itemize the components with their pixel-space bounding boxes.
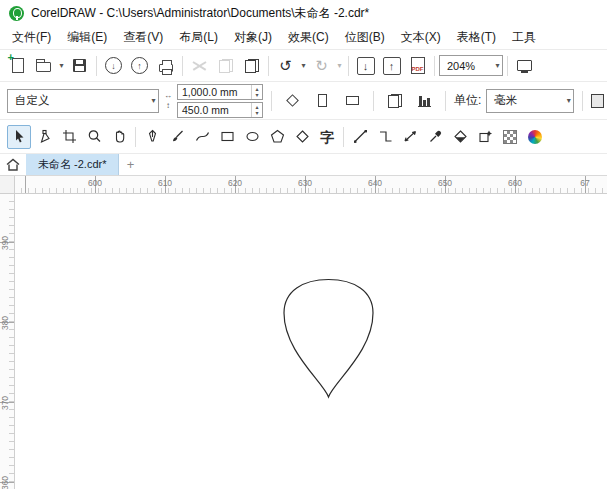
document-tab-label: 未命名 -2.cdr* bbox=[38, 157, 106, 172]
ellipse-tool[interactable] bbox=[240, 125, 264, 149]
export-button[interactable]: ↑ bbox=[379, 53, 404, 78]
horizontal-ruler[interactable]: 600 610 620 630 640 650 660 67 bbox=[15, 176, 607, 194]
pen-nib-icon bbox=[144, 128, 161, 145]
page-angle-button[interactable] bbox=[280, 88, 305, 113]
drawing-canvas[interactable] bbox=[15, 194, 607, 489]
preset-dropdown-arrow-icon[interactable]: ▾ bbox=[149, 96, 158, 105]
freehand-tool[interactable] bbox=[140, 125, 164, 149]
cut-button[interactable] bbox=[187, 53, 212, 78]
common-shapes-tool[interactable] bbox=[290, 125, 314, 149]
line-tool[interactable] bbox=[348, 125, 372, 149]
plus-icon: + bbox=[8, 52, 14, 63]
ruler-origin-corner[interactable] bbox=[0, 176, 15, 194]
units-combobox[interactable]: 毫米 ▾ bbox=[486, 89, 574, 113]
zoom-level-combobox[interactable]: 204% ▾ bbox=[439, 55, 503, 76]
undo-icon: ↺ bbox=[279, 58, 292, 73]
zoom-dropdown-arrow-icon[interactable]: ▾ bbox=[493, 61, 502, 70]
standard-toolbar: + ▾ ↓ ↑ ↺ ▾ bbox=[0, 49, 607, 82]
menu-text[interactable]: 文本(X) bbox=[393, 26, 449, 49]
landscape-orientation-button[interactable] bbox=[340, 88, 365, 113]
units-dropdown-arrow-icon[interactable]: ▾ bbox=[564, 96, 573, 105]
interactive-fill-tool[interactable] bbox=[448, 125, 472, 149]
zoom-tool[interactable] bbox=[82, 125, 106, 149]
copy-button[interactable] bbox=[213, 53, 238, 78]
toolbar-separator bbox=[268, 56, 269, 76]
save-to-cloud-button[interactable]: ↑ bbox=[127, 53, 152, 78]
drawn-shape[interactable] bbox=[284, 280, 373, 398]
window-title: CorelDRAW - C:\Users\Administrator\Docum… bbox=[31, 5, 369, 22]
fullscreen-preview-button[interactable] bbox=[512, 53, 537, 78]
menu-edit[interactable]: 编辑(E) bbox=[59, 26, 115, 49]
polygon-tool[interactable] bbox=[265, 125, 289, 149]
shape-tool[interactable] bbox=[32, 125, 56, 149]
page-width-field[interactable]: 1,000.0 mm ▴ ▾ bbox=[177, 84, 263, 100]
v-ruler-label: 360 bbox=[0, 469, 10, 489]
shape-node-icon bbox=[36, 128, 53, 145]
transparency-tool[interactable] bbox=[498, 125, 522, 149]
page-width-spinner[interactable]: ▴ ▾ bbox=[251, 85, 262, 99]
open-button[interactable] bbox=[31, 53, 56, 78]
import-button[interactable]: ↓ bbox=[353, 53, 378, 78]
text-tool-icon: 字 bbox=[320, 130, 334, 144]
page-height-field[interactable]: 450.0 mm ▴ ▾ bbox=[177, 102, 263, 118]
h-ruler-label: 650 bbox=[438, 178, 452, 188]
smart-fill-tool[interactable] bbox=[473, 125, 497, 149]
connector-tool[interactable] bbox=[373, 125, 397, 149]
dimension-tool[interactable] bbox=[398, 125, 422, 149]
more-tools[interactable] bbox=[523, 125, 547, 149]
h-ruler-label: 660 bbox=[508, 178, 522, 188]
page-preset-combobox[interactable]: 自定义 ▾ bbox=[7, 89, 159, 113]
print-button[interactable] bbox=[153, 53, 178, 78]
menu-file[interactable]: 文件(F) bbox=[4, 26, 59, 49]
open-from-cloud-button[interactable]: ↓ bbox=[101, 53, 126, 78]
diamond-shape-icon bbox=[294, 128, 311, 145]
menu-bitmaps[interactable]: 位图(B) bbox=[337, 26, 393, 49]
eyedropper-icon bbox=[427, 128, 444, 145]
redo-button[interactable]: ↻ bbox=[309, 53, 334, 78]
home-tab-button[interactable] bbox=[0, 154, 26, 175]
text-tool[interactable]: 字 bbox=[315, 125, 339, 149]
menu-effects[interactable]: 效果(C) bbox=[280, 26, 337, 49]
bezier-tool[interactable] bbox=[190, 125, 214, 149]
spinner-down-icon[interactable]: ▾ bbox=[252, 92, 262, 98]
new-document-button[interactable]: + bbox=[5, 53, 30, 78]
paste-button[interactable] bbox=[239, 53, 264, 78]
crop-tool[interactable] bbox=[57, 125, 81, 149]
menu-layout[interactable]: 布局(L) bbox=[171, 26, 226, 49]
menu-view[interactable]: 查看(V) bbox=[115, 26, 171, 49]
polygon-icon bbox=[269, 128, 286, 145]
save-button[interactable] bbox=[67, 53, 92, 78]
undo-dropdown-arrow-icon[interactable]: ▾ bbox=[299, 61, 308, 70]
import-icon: ↓ bbox=[357, 57, 375, 75]
pick-tool[interactable] bbox=[7, 125, 31, 149]
menu-tools[interactable]: 工具 bbox=[504, 26, 544, 49]
document-tab-active[interactable]: 未命名 -2.cdr* bbox=[26, 154, 119, 175]
diamond-icon bbox=[286, 94, 299, 107]
page-size-fields: 1,000.0 mm ▴ ▾ 450.0 mm ▴ ▾ bbox=[177, 84, 263, 118]
undo-button[interactable]: ↺ bbox=[273, 53, 298, 78]
crop-icon bbox=[61, 128, 78, 145]
all-pages-button[interactable] bbox=[382, 88, 407, 113]
artistic-media-tool[interactable] bbox=[165, 125, 189, 149]
publish-to-pdf-button[interactable]: PDF bbox=[405, 53, 430, 78]
pan-tool[interactable] bbox=[107, 125, 131, 149]
redo-dropdown-arrow-icon[interactable]: ▾ bbox=[335, 61, 344, 70]
home-icon bbox=[6, 158, 20, 171]
rectangle-tool[interactable] bbox=[215, 125, 239, 149]
menu-table[interactable]: 表格(T) bbox=[449, 26, 504, 49]
vertical-ruler[interactable]: 390 380 370 360 bbox=[0, 194, 15, 489]
nudge-distance-button[interactable] bbox=[591, 89, 604, 113]
eyedropper-tool[interactable] bbox=[423, 125, 447, 149]
save-floppy-icon bbox=[73, 59, 86, 72]
menu-object[interactable]: 对象(J) bbox=[226, 26, 280, 49]
portrait-orientation-button[interactable] bbox=[310, 88, 335, 113]
toolbox-separator bbox=[135, 127, 136, 147]
open-dropdown-arrow-icon[interactable]: ▾ bbox=[57, 61, 66, 70]
page-height-spinner[interactable]: ▴ ▾ bbox=[251, 103, 262, 117]
brush-icon bbox=[169, 128, 186, 145]
menu-bar: 文件(F) 编辑(E) 查看(V) 布局(L) 对象(J) 效果(C) 位图(B… bbox=[0, 26, 607, 49]
width-arrow-icon: ↔ bbox=[164, 91, 172, 100]
new-document-tab-button[interactable]: + bbox=[119, 154, 141, 175]
spinner-down-icon[interactable]: ▾ bbox=[252, 110, 262, 116]
current-page-button[interactable] bbox=[412, 88, 437, 113]
